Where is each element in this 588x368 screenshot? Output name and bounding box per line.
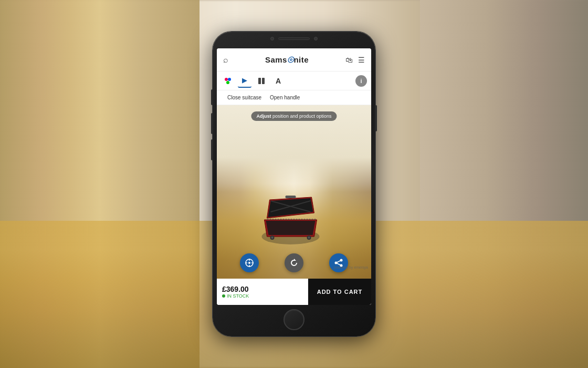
power-button xyxy=(375,105,377,131)
svg-marker-7 xyxy=(268,198,313,217)
add-to-cart-button[interactable]: ADD TO CART xyxy=(308,279,371,305)
phone-screen: ⌕ Sams⦾nite 🛍 ☰ xyxy=(217,48,371,305)
split-view-button[interactable] xyxy=(255,74,268,88)
app-header: ⌕ Sams⦾nite 🛍 ☰ xyxy=(217,48,371,71)
svg-rect-4 xyxy=(262,78,265,84)
ar-suitcase-model xyxy=(257,189,325,247)
tooltip-highlight: Adjust xyxy=(256,114,271,119)
phone-device: ⌕ Sams⦾nite 🛍 ☰ xyxy=(213,32,375,336)
svg-rect-16 xyxy=(286,196,296,198)
logo-accent: ⦾ xyxy=(287,55,294,64)
volume-down-button xyxy=(211,139,213,160)
text-button[interactable]: A xyxy=(271,74,285,88)
phone-shell: ⌕ Sams⦾nite 🛍 ☰ xyxy=(213,32,375,336)
svg-point-2 xyxy=(226,81,229,84)
home-button[interactable] xyxy=(284,309,304,330)
close-suitcase-option[interactable]: Close suitcase xyxy=(223,95,266,100)
emersya-watermark: powered by emersya xyxy=(334,265,368,269)
svg-point-0 xyxy=(225,78,228,81)
tooltip-text: position and product options xyxy=(272,114,332,119)
stock-label: IN STOCK xyxy=(227,293,249,299)
header-actions: 🛍 ☰ xyxy=(345,56,365,64)
phone-top-bar xyxy=(270,37,318,40)
silent-button xyxy=(211,89,213,105)
refresh-button[interactable] xyxy=(285,253,303,272)
svg-point-1 xyxy=(228,78,231,81)
open-handle-option[interactable]: Open handle xyxy=(266,95,304,100)
color-picker-button[interactable] xyxy=(221,74,235,88)
svg-point-15 xyxy=(308,237,310,239)
ar-controls xyxy=(217,253,371,272)
ar-position-button[interactable] xyxy=(240,253,259,272)
search-icon[interactable]: ⌕ xyxy=(223,55,228,65)
front-camera xyxy=(270,37,274,40)
svg-marker-11 xyxy=(266,221,316,235)
svg-point-19 xyxy=(248,262,250,264)
animation-options: Close suitcase Open handle xyxy=(217,90,371,105)
app-logo: Sams⦾nite xyxy=(265,55,309,65)
share-button[interactable] xyxy=(329,253,348,272)
info-button[interactable]: i xyxy=(355,75,367,87)
menu-icon[interactable]: ☰ xyxy=(358,56,365,64)
speaker-grille xyxy=(278,37,310,40)
ar-viewport[interactable]: Adjust position and product options xyxy=(217,105,371,279)
svg-rect-3 xyxy=(258,78,261,84)
play-animation-button[interactable]: ▶ xyxy=(238,74,251,88)
sensor-dot xyxy=(314,37,318,40)
ar-toolbar: ▶ A i xyxy=(217,71,371,90)
in-stock-dot xyxy=(222,294,225,298)
ar-tooltip: Adjust position and product options xyxy=(251,111,337,121)
svg-point-14 xyxy=(271,237,274,239)
svg-line-28 xyxy=(336,260,341,263)
svg-marker-24 xyxy=(294,259,296,261)
price-value: £369.00 xyxy=(222,285,302,293)
price-area: £369.00 IN STOCK xyxy=(217,279,308,305)
volume-up-button xyxy=(211,113,213,134)
app-bottom-bar: £369.00 IN STOCK ADD TO CART xyxy=(217,279,371,305)
watermark-text: powered by emersya xyxy=(334,265,368,269)
stock-status: IN STOCK xyxy=(222,293,302,299)
cart-icon[interactable]: 🛍 xyxy=(345,56,353,64)
